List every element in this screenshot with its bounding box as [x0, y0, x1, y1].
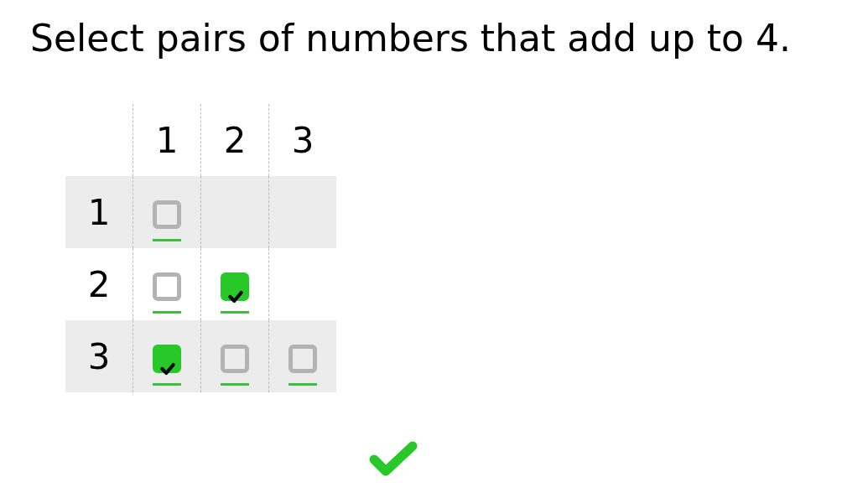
col-header-2: 2 — [201, 104, 269, 176]
cell-1-3 — [269, 176, 337, 248]
cell-3-3 — [269, 320, 337, 392]
cell-2-1 — [133, 248, 201, 320]
checkbox-2-2[interactable] — [221, 272, 249, 301]
checkbox-2-1[interactable] — [153, 272, 181, 301]
row-header-1: 1 — [65, 176, 133, 248]
row-header-2: 2 — [65, 248, 133, 320]
cell-1-2 — [201, 176, 269, 248]
row-header-3: 3 — [65, 320, 133, 392]
cell-2-3 — [269, 248, 337, 320]
cell-2-2 — [201, 248, 269, 320]
selection-grid: 1 2 3 1 2 — [65, 104, 336, 392]
grid-corner — [65, 104, 133, 176]
cell-1-1 — [133, 176, 201, 248]
checkmark-icon — [369, 439, 418, 478]
checkbox-3-2[interactable] — [221, 345, 249, 373]
col-header-1: 1 — [133, 104, 201, 176]
confirm-button[interactable] — [369, 439, 418, 481]
question-prompt: Select pairs of numbers that add up to 4… — [30, 18, 791, 59]
checkbox-3-3[interactable] — [288, 345, 317, 373]
cell-3-2 — [201, 320, 269, 392]
cell-3-1 — [133, 320, 201, 392]
col-header-3: 3 — [269, 104, 337, 176]
checkbox-3-1[interactable] — [153, 345, 181, 373]
checkbox-1-1[interactable] — [153, 200, 181, 229]
